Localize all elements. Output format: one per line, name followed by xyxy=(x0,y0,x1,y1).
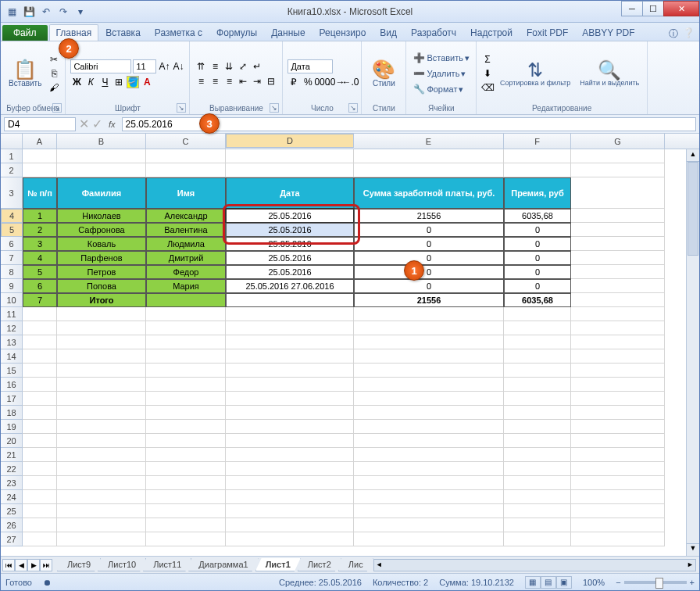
cell[interactable] xyxy=(23,406,57,420)
format-cells-button[interactable]: 🔧Формат ▾ xyxy=(411,82,471,96)
cell[interactable]: Николаев xyxy=(57,209,146,223)
cell[interactable]: Коваль xyxy=(57,237,146,251)
copy-icon[interactable]: ⎘ xyxy=(48,67,60,80)
cell[interactable] xyxy=(354,307,504,321)
row-header[interactable]: 24 xyxy=(1,490,23,504)
undo-icon[interactable]: ↶ xyxy=(38,4,54,20)
cell[interactable]: Сумма заработной платы, руб. xyxy=(354,177,504,209)
sheet-nav-last-icon[interactable]: ⏭ xyxy=(40,559,52,571)
cell[interactable]: 0 xyxy=(504,279,571,293)
cell[interactable] xyxy=(57,490,146,504)
cell[interactable] xyxy=(146,163,226,177)
macro-record-icon[interactable]: ⏺ xyxy=(43,578,52,587)
row-header[interactable]: 13 xyxy=(1,335,23,349)
cell[interactable]: Дмитрий xyxy=(146,251,226,265)
row-header[interactable]: 9 xyxy=(1,279,23,293)
font-name-select[interactable] xyxy=(70,59,131,73)
row-header[interactable]: 10 xyxy=(1,293,23,307)
cell[interactable] xyxy=(57,335,146,349)
cell[interactable] xyxy=(226,518,354,532)
cell[interactable] xyxy=(23,448,57,462)
number-format-select[interactable] xyxy=(288,59,333,73)
cell[interactable] xyxy=(146,392,226,406)
cell[interactable] xyxy=(226,448,354,462)
row-header[interactable]: 15 xyxy=(1,364,23,378)
cell[interactable] xyxy=(354,378,504,392)
cell[interactable] xyxy=(57,518,146,532)
sheet-nav-first-icon[interactable]: ⏮ xyxy=(2,559,15,571)
percent-icon[interactable]: % xyxy=(302,76,314,88)
cell[interactable] xyxy=(504,406,571,420)
row-header[interactable]: 12 xyxy=(1,321,23,335)
cell[interactable] xyxy=(57,321,146,335)
cut-icon[interactable]: ✂ xyxy=(48,53,60,66)
cell[interactable] xyxy=(571,223,665,237)
cell[interactable] xyxy=(504,321,571,335)
cell[interactable] xyxy=(23,149,57,163)
row-header[interactable]: 3 xyxy=(1,177,23,209)
cell[interactable] xyxy=(504,378,571,392)
cell[interactable] xyxy=(354,476,504,490)
cell[interactable] xyxy=(226,462,354,476)
cell[interactable]: Дата xyxy=(226,177,354,209)
comma-icon[interactable]: 000 xyxy=(316,76,328,88)
sort-filter-button[interactable]: ⇅ Сортировка и фильтр xyxy=(497,45,573,102)
sheet-nav-next-icon[interactable]: ▶ xyxy=(27,559,40,571)
cell[interactable] xyxy=(23,490,57,504)
view-page-layout-icon[interactable]: ▤ xyxy=(541,576,556,589)
row-header[interactable]: 20 xyxy=(1,434,23,448)
cell[interactable] xyxy=(226,293,354,307)
cell[interactable] xyxy=(571,307,665,321)
cell[interactable] xyxy=(57,462,146,476)
cell[interactable] xyxy=(504,163,571,177)
cell[interactable] xyxy=(146,307,226,321)
fill-color-icon[interactable]: 🪣 xyxy=(127,76,139,88)
cell[interactable] xyxy=(23,476,57,490)
formula-input[interactable] xyxy=(122,117,696,131)
cell[interactable] xyxy=(354,518,504,532)
cell[interactable] xyxy=(57,476,146,490)
cell[interactable] xyxy=(23,518,57,532)
cell[interactable] xyxy=(504,420,571,434)
cell[interactable] xyxy=(571,279,665,293)
tab-insert[interactable]: Вставка xyxy=(98,24,148,41)
cell[interactable] xyxy=(571,349,665,364)
col-header[interactable]: E xyxy=(354,134,504,149)
cell[interactable]: 21556 xyxy=(354,293,504,307)
zoom-in-icon[interactable]: + xyxy=(690,578,695,587)
fx-button[interactable]: fx xyxy=(105,120,119,129)
sheet-tab[interactable]: Лист10 xyxy=(98,558,146,571)
cell[interactable]: 7 xyxy=(23,293,57,307)
italic-icon[interactable]: К xyxy=(84,76,97,88)
cell[interactable] xyxy=(571,490,665,504)
cell[interactable] xyxy=(571,476,665,490)
cell[interactable] xyxy=(504,364,571,378)
cell[interactable] xyxy=(354,392,504,406)
close-button[interactable]: ✕ xyxy=(663,1,699,16)
col-header[interactable]: D xyxy=(226,134,354,148)
cell[interactable] xyxy=(57,364,146,378)
cell[interactable] xyxy=(571,448,665,462)
cell[interactable] xyxy=(57,163,146,177)
autosum-icon[interactable]: Σ xyxy=(481,53,494,66)
align-middle-icon[interactable]: ≡ xyxy=(209,60,221,73)
cell[interactable]: Парфенов xyxy=(57,251,146,265)
cell[interactable] xyxy=(146,378,226,392)
cell[interactable] xyxy=(571,518,665,532)
cell[interactable]: Мария xyxy=(146,279,226,293)
align-right-icon[interactable]: ≡ xyxy=(223,75,235,88)
cell[interactable] xyxy=(571,237,665,251)
row-header[interactable]: 5 xyxy=(1,223,23,237)
cell[interactable] xyxy=(226,349,354,364)
cell[interactable] xyxy=(146,532,226,546)
col-header[interactable]: G xyxy=(571,134,665,149)
increase-font-icon[interactable]: A↑ xyxy=(158,60,170,73)
maximize-button[interactable]: ☐ xyxy=(642,1,664,16)
col-header[interactable]: B xyxy=(57,134,146,149)
cell[interactable] xyxy=(226,490,354,504)
cell[interactable] xyxy=(146,420,226,434)
cell[interactable] xyxy=(504,448,571,462)
font-launcher[interactable]: ↘ xyxy=(177,103,186,113)
help-icon[interactable]: ❔ xyxy=(683,27,695,41)
align-bottom-icon[interactable]: ⇊ xyxy=(223,60,235,73)
